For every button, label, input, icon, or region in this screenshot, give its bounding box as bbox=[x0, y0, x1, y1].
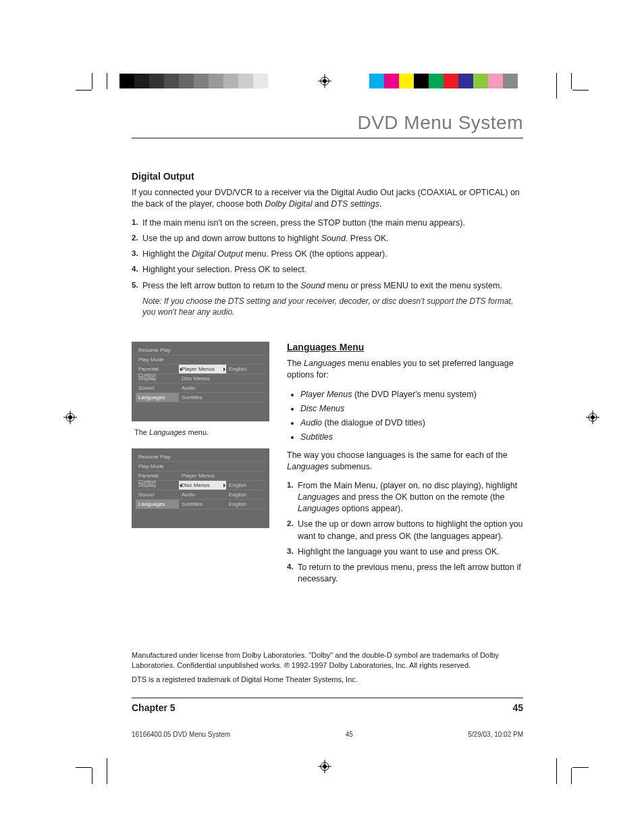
print-doc-id: 16166400.05 DVD Menu System bbox=[132, 731, 230, 738]
crop-mark bbox=[107, 758, 107, 784]
screenshot-caption: The Languages menu. bbox=[134, 428, 269, 436]
crop-mark bbox=[107, 73, 107, 89]
legal-text: Manufactured under license from Dolby La… bbox=[132, 650, 523, 685]
step-2: 2.Use the up and down arrow buttons to h… bbox=[132, 233, 523, 244]
step-3: 3.Highlight the Digital Output menu. Pre… bbox=[132, 249, 523, 260]
crop-mark bbox=[571, 73, 572, 89]
crop-mark bbox=[92, 768, 92, 784]
crop-mark bbox=[556, 73, 557, 99]
section-heading-digital-output: Digital Output bbox=[132, 171, 523, 182]
crop-marks-top bbox=[0, 0, 644, 111]
bullet-disc-menus: Disc Menus bbox=[300, 402, 523, 415]
page-content: DVD Menu System Digital Output If you co… bbox=[132, 112, 523, 738]
registration-mark-icon bbox=[63, 411, 77, 424]
languages-way: The way you choose languages is the same… bbox=[287, 450, 523, 473]
page-number: 45 bbox=[512, 702, 523, 713]
bullet-audio: Audio (the dialogue of DVD titles) bbox=[300, 417, 523, 429]
languages-text-column: Languages Menu The Languages menu enable… bbox=[287, 342, 523, 590]
lang-step-4: 4.To return to the previous menu, press … bbox=[287, 562, 523, 585]
digital-output-steps: 1.If the main menu isn't on the screen, … bbox=[132, 217, 523, 292]
languages-menu-screenshot-2: Resume Play Play Mode Parental ControlPl… bbox=[132, 448, 269, 528]
languages-intro: The Languages menu enables you to set pr… bbox=[287, 358, 523, 382]
step-5: 5.Press the left arrow button to return … bbox=[132, 280, 523, 292]
crop-mark bbox=[92, 73, 92, 89]
page-title: DVD Menu System bbox=[132, 112, 523, 138]
crop-marks-bottom bbox=[0, 739, 644, 834]
section-heading-languages: Languages Menu bbox=[287, 342, 523, 353]
step-1: 1.If the main menu isn't on the screen, … bbox=[132, 217, 523, 229]
crop-mark bbox=[572, 90, 589, 90]
lang-step-3: 3.Highlight the language you want to use… bbox=[287, 546, 523, 558]
lang-step-2: 2.Use the up or down arrow buttons to hi… bbox=[287, 519, 523, 542]
registration-mark-icon bbox=[586, 411, 599, 424]
page-footer: Chapter 5 45 bbox=[132, 698, 523, 713]
bullet-subtitles: Subtitles bbox=[300, 431, 523, 443]
chapter-label: Chapter 5 bbox=[132, 702, 176, 713]
color-swatches bbox=[369, 74, 518, 88]
bullet-player-menus: Player Menus (the DVD Player's menu syst… bbox=[300, 388, 523, 400]
registration-mark-icon bbox=[318, 74, 331, 88]
crop-mark bbox=[76, 90, 92, 90]
crop-mark bbox=[76, 767, 92, 768]
grayscale-swatches bbox=[119, 74, 268, 88]
crop-mark bbox=[572, 767, 589, 768]
languages-bullets: Player Menus (the DVD Player's menu syst… bbox=[287, 388, 523, 444]
crop-mark bbox=[556, 758, 557, 784]
crop-mark bbox=[571, 768, 572, 784]
languages-steps: 1.From the Main Menu, (player on, no dis… bbox=[287, 480, 523, 585]
digital-output-note: Note: If you choose the DTS setting and … bbox=[132, 296, 523, 317]
step-4: 4.Highlight your selection. Press OK to … bbox=[132, 264, 523, 276]
languages-menu-screenshot-1: Resume Play Play Mode Parental ControlPl… bbox=[132, 342, 269, 421]
digital-output-intro: If you connected your DVD/VCR to a recei… bbox=[132, 187, 523, 211]
print-page: 45 bbox=[346, 731, 353, 738]
screenshots-column: Resume Play Play Mode Parental ControlPl… bbox=[132, 342, 269, 535]
print-timestamp: 5/29/03, 10:02 PM bbox=[468, 731, 523, 738]
registration-mark-icon bbox=[318, 760, 331, 773]
lang-step-1: 1.From the Main Menu, (player on, no dis… bbox=[287, 480, 523, 515]
print-slug: 16166400.05 DVD Menu System 45 5/29/03, … bbox=[132, 731, 523, 738]
